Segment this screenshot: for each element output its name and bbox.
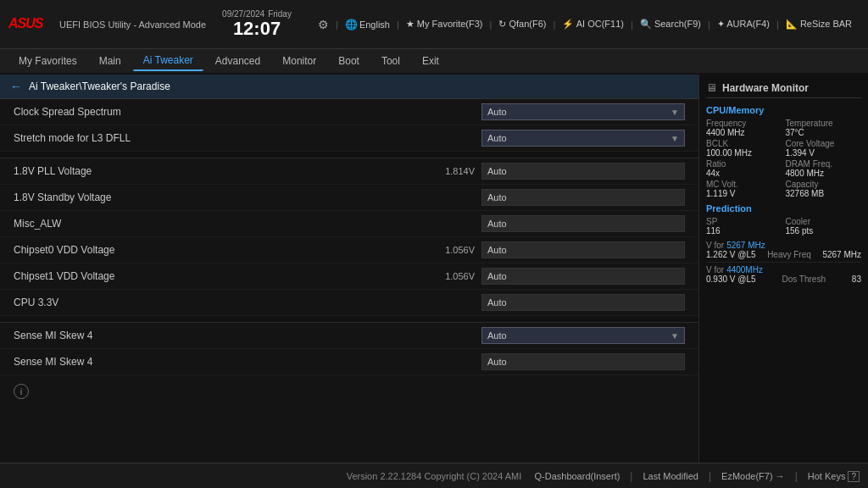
separator-2: | [397, 19, 399, 30]
hotkeys-shortcut[interactable]: Hot Keys ? [808, 471, 860, 481]
cooler-label: Cooler [786, 217, 862, 226]
setting-label-chipset1: Chipset1 VDD Voltage [14, 270, 424, 282]
nav-boot[interactable]: Boot [328, 52, 370, 70]
dropdown-arrow-icon: ▼ [670, 108, 679, 117]
last-modified-shortcut[interactable]: Last Modified [643, 471, 698, 481]
aura-item[interactable]: ✦ AURA(F4) [717, 19, 770, 30]
v4400-row: V for 4400MHz 0.930 V @L5 Dos Thresh 83 [706, 262, 861, 284]
dram-freq-value: 4800 MHz [786, 169, 862, 178]
bclk-label: BCLK [706, 139, 782, 148]
cooler-value: 156 pts [786, 226, 862, 236]
mc-volt-value: 1.119 V [706, 189, 782, 198]
aioc-item[interactable]: ⚡ AI OC(F11) [562, 19, 624, 30]
heavy-freq-value: 5267 MHz [822, 250, 861, 259]
setting-control-standby[interactable]: Auto [481, 189, 685, 206]
logo-area: ASUS UEFI BIOS Utility - Advanced Mode [8, 14, 206, 34]
freq-label: Frequency [706, 119, 782, 128]
setting-control-cpu33[interactable]: Auto [481, 294, 685, 311]
dropdown-arrow-icon: ▼ [670, 331, 679, 341]
setting-control-chipset1[interactable]: Auto [481, 268, 685, 285]
setting-label-cpu33: CPU 3.3V [14, 297, 424, 308]
capacity-label: Capacity [786, 180, 862, 189]
sp-label: SP [706, 217, 782, 226]
setting-label-sense1: Sense MI Skew 4 [14, 330, 481, 341]
setting-value-chipset1: 1.056V [424, 271, 475, 281]
core-volt-label: Core Voltage [786, 139, 862, 148]
temp-label: Temperature [786, 119, 862, 128]
separator-5: | [631, 19, 633, 30]
separator: | [795, 470, 798, 482]
separator-7: | [776, 19, 779, 30]
nav-advanced[interactable]: Advanced [205, 52, 270, 70]
favorite-item[interactable]: ★ My Favorite(F3) [406, 19, 483, 30]
setting-label-sense2: Sense MI Skew 4 [14, 356, 481, 368]
divider-1 [0, 152, 698, 158]
bottom-shortcuts: Q-Dashboard(Insert) | Last Modified | Ez… [534, 470, 860, 482]
nav-monitor[interactable]: Monitor [272, 52, 326, 70]
content-area: ← Ai Tweaker\Tweaker's Paradise Clock Sp… [0, 75, 868, 463]
setting-row-clock-spread: Clock Spread Spectrum Auto ▼ [0, 99, 698, 125]
setting-control-clock-spread[interactable]: Auto ▼ [481, 103, 685, 120]
setting-value-chipset0: 1.056V [424, 245, 475, 255]
breadcrumb-text: Ai Tweaker\Tweaker's Paradise [29, 80, 170, 92]
setting-control-stretch[interactable]: Auto ▼ [481, 130, 685, 147]
language-item[interactable]: 🌐 English [345, 19, 390, 30]
dos-thresh-value: 83 [852, 274, 861, 284]
v5267-prefix: V for [706, 241, 724, 250]
setting-label-chipset0: Chipset0 VDD Voltage [14, 244, 424, 256]
bottom-bar: Version 2.22.1284 Copyright (C) 2024 AMI… [0, 463, 868, 488]
v5267-freq: 5267 MHz [726, 241, 765, 250]
separator-3: | [490, 19, 492, 30]
core-volt-value: 1.394 V [786, 148, 862, 158]
v4400-voltage: 0.930 V @L5 [706, 274, 756, 284]
gear-icon[interactable]: ⚙ [318, 18, 329, 31]
resizebar-item[interactable]: 📐 ReSize BAR [786, 19, 852, 30]
setting-row-misc: Misc_ALW Auto [0, 211, 698, 237]
nav-exit[interactable]: Exit [412, 52, 449, 70]
v4400-prefix: V for [706, 265, 724, 274]
bclk-value: 100.00 MHz [706, 148, 782, 158]
q-dashboard-shortcut[interactable]: Q-Dashboard(Insert) [534, 471, 620, 481]
cpu-memory-section-title: CPU/Memory [706, 105, 861, 115]
search-item[interactable]: 🔍 Search(F9) [640, 19, 701, 30]
divider-2 [0, 316, 698, 323]
setting-control-chipset0[interactable]: Auto [481, 241, 685, 258]
ratio-label: Ratio [706, 159, 782, 169]
setting-control-pll[interactable]: Auto [481, 163, 685, 180]
info-section: i [0, 375, 698, 408]
breadcrumb-bar: ← Ai Tweaker\Tweaker's Paradise [0, 75, 698, 99]
setting-label-pll: 1.8V PLL Voltage [14, 165, 424, 177]
capacity-value: 32768 MB [786, 189, 862, 198]
mc-volt-label: MC Volt. [706, 180, 782, 189]
separator: | [630, 470, 632, 482]
ezmode-shortcut[interactable]: EzMode(F7) → [721, 471, 785, 481]
setting-control-sense2[interactable]: Auto [481, 353, 685, 370]
separator-1: | [336, 19, 338, 30]
setting-control-misc[interactable]: Auto [481, 215, 685, 232]
top-bar: ASUS UEFI BIOS Utility - Advanced Mode 0… [0, 0, 868, 49]
svg-text:ASUS: ASUS [8, 16, 44, 30]
nav-ai-tweaker[interactable]: Ai Tweaker [133, 51, 203, 71]
monitor-icon: 🖥 [706, 81, 717, 94]
sp-value: 116 [706, 226, 782, 236]
setting-row-standby: 1.8V Standby Voltage Auto [0, 185, 698, 211]
hw-monitor-title: Hardware Monitor [722, 82, 809, 94]
dos-thresh-label: Dos Thresh [782, 274, 826, 284]
v5267-voltage: 1.262 V @L5 [706, 250, 756, 259]
time-text: 12:07 [233, 19, 281, 39]
setting-row-chipset0: Chipset0 VDD Voltage 1.056V Auto [0, 237, 698, 263]
nav-my-favorites[interactable]: My Favorites [8, 52, 87, 70]
datetime-area: 09/27/2024 Friday 12:07 [214, 9, 299, 39]
heavy-freq-label: Heavy Freq [767, 250, 811, 259]
nav-tool[interactable]: Tool [371, 52, 410, 70]
back-arrow-icon[interactable]: ← [10, 80, 22, 93]
nav-bar: My Favorites Main Ai Tweaker Advanced Mo… [0, 49, 868, 75]
v5267-row: V for 5267 MHz 1.262 V @L5 Heavy Freq 52… [706, 241, 861, 259]
temp-value: 37°C [786, 128, 862, 137]
cpu-memory-grid: Frequency 4400 MHz Temperature 37°C BCLK… [706, 119, 861, 198]
nav-main[interactable]: Main [89, 52, 131, 70]
dram-freq-label: DRAM Freq. [786, 159, 862, 169]
setting-control-sense1[interactable]: Auto ▼ [481, 327, 685, 344]
qfan-item[interactable]: ↻ Qfan(F6) [498, 19, 546, 30]
setting-label-standby: 1.8V Standby Voltage [14, 191, 424, 203]
